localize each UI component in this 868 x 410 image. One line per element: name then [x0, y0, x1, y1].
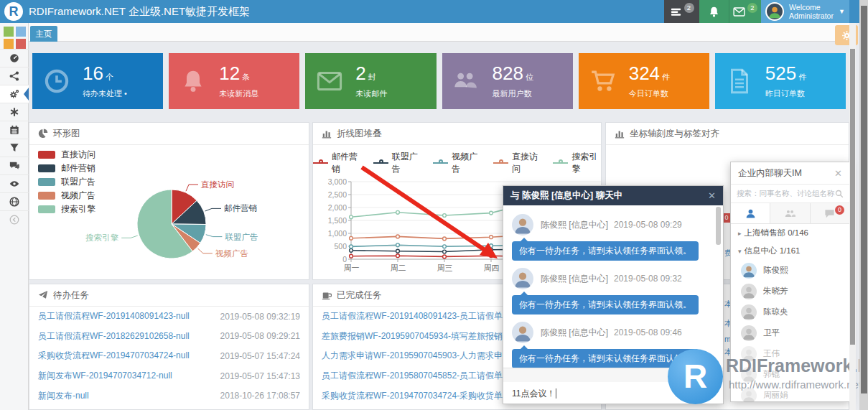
sidebar-item-collapse[interactable]	[0, 210, 29, 228]
task-link[interactable]: 员工请假流程WF-20195807045852-员工请假单	[322, 370, 503, 382]
im-search-input[interactable]: 搜索：同事名称、讨论组名称	[731, 184, 849, 203]
group-icon	[785, 208, 795, 219]
app-title: RDIFramework.NET 企业级.NET敏捷开发框架	[29, 0, 250, 23]
im-unread-badge: 0	[835, 205, 844, 215]
stat-value: 324件	[629, 62, 670, 84]
task-link[interactable]: 差旅费报销WF-20195907045934-填写差旅报销单	[322, 330, 511, 343]
header-notifications-button[interactable]	[699, 0, 729, 23]
chat-input[interactable]: 11点会议！	[503, 382, 723, 404]
legend-item[interactable]: 直接访问	[38, 151, 95, 159]
page-scrollbar[interactable]	[859, 0, 868, 410]
legend-item[interactable]: 联盟广告	[38, 178, 95, 186]
envelope-icon	[317, 68, 342, 94]
stat-card-5[interactable]: 324件 今日订单数	[579, 53, 709, 109]
im-group-row[interactable]: ▸上海销售部 0/146	[731, 224, 849, 242]
sidebar-item-dashboard[interactable]	[0, 49, 29, 67]
im-header[interactable]: 企业内部聊天IM ✕	[731, 162, 849, 184]
legend-item[interactable]: 搜索引擎	[38, 205, 95, 213]
chat-history-link[interactable]: 沟通记录	[684, 370, 716, 381]
legend-item[interactable]: 搜索引擎	[553, 151, 601, 175]
chat-header[interactable]: 与 陈俊熙 [信息中心] 聊天中 ✕	[503, 186, 723, 205]
contact-name: 郭锟	[763, 369, 780, 380]
line-legend: 邮件营销联盟广告视频广告直接访问搜索引擎	[313, 151, 601, 175]
stat-card-6[interactable]: 525件 昨日订单数	[715, 53, 846, 109]
task-link[interactable]: 采购收货流程WF-20194707034724-采购收货单	[322, 390, 503, 402]
sidebar-item-share[interactable]	[0, 67, 29, 85]
stat-value: 2封	[355, 62, 375, 84]
content-scrollbar-thumb[interactable]	[850, 49, 855, 345]
task-link[interactable]: 员工请假流程WF-20191408091423-员工请假单	[322, 310, 503, 322]
im-contact-row[interactable]: 陈俊熙	[731, 260, 849, 281]
im-group-row[interactable]: ▾信息中心 1/161	[731, 242, 849, 260]
panel-title: 环形图	[53, 128, 80, 140]
stat-card-4[interactable]: 828位 最新用户数	[442, 53, 573, 109]
sidebar-item-filter[interactable]	[0, 139, 29, 157]
avatar	[741, 325, 757, 341]
tree-arrow-icon: ▸	[738, 230, 742, 237]
task-link[interactable]: 员工请假流程WF-20182629102658-null	[38, 330, 190, 343]
task-link[interactable]: 员工请假流程WF-20191408091423-null	[38, 310, 190, 322]
stat-card-2[interactable]: 12条 未读新消息	[169, 53, 299, 109]
task-link[interactable]: 人力需求申请WF-20195907045903-人力需求申请	[322, 350, 511, 362]
im-tab-groups[interactable]	[770, 203, 810, 223]
svg-text:周四: 周四	[484, 264, 500, 272]
contact-name: 卫平	[763, 327, 780, 338]
header-mail-button[interactable]: 2	[729, 0, 761, 23]
task-time: 2019-05-07 15:47:13	[220, 371, 300, 381]
user-menu[interactable]: WelcomeAdministrator ▼	[761, 0, 849, 23]
legend-item[interactable]: 直接访问	[493, 151, 541, 175]
chat-window: 与 陈俊熙 [信息中心] 聊天中 ✕ 陈俊熙 [信息中心] 2019-05-08…	[503, 185, 724, 404]
users-icon	[454, 68, 480, 94]
content-scrollbar[interactable]	[849, 23, 856, 410]
todo-task-row: 新闻发布WF-20194707034712-null2019-05-07 15:…	[29, 366, 309, 386]
im-tab-contacts[interactable]	[731, 203, 770, 223]
task-link[interactable]: 新闻发布WF-20194707034712-null	[38, 370, 172, 382]
im-contact-row[interactable]: 周丽娟	[731, 385, 849, 406]
logo-square	[16, 39, 26, 49]
im-contact-row[interactable]: 郭锟	[731, 364, 849, 385]
avatar	[741, 263, 757, 279]
avatar	[765, 2, 784, 21]
sidebar-item-globe[interactable]	[0, 192, 29, 210]
task-time: 2018-10-26 17:08:57	[220, 391, 300, 401]
sender-name: 陈俊熙 [信息中心]	[541, 219, 608, 231]
cart-icon	[590, 68, 616, 94]
todo-task-row: 新闻发布-null2018-10-26 17:08:57	[29, 386, 309, 406]
task-link[interactable]: 新闻发布-null	[38, 390, 89, 402]
sidebar-item-gears[interactable]	[0, 85, 29, 103]
header-messages-button[interactable]: 2	[664, 0, 699, 23]
stat-card-3[interactable]: 2封 未读邮件	[305, 53, 436, 109]
person-icon	[745, 208, 756, 219]
legend-item[interactable]: 邮件营销	[38, 164, 95, 172]
tab-home[interactable]: 主页	[30, 26, 57, 42]
svg-text:搜索引擎: 搜索引擎	[85, 233, 119, 242]
sidebar-item-calendar[interactable]	[0, 121, 29, 139]
close-icon[interactable]: ✕	[708, 190, 716, 201]
panel-title: 已完成任务	[337, 289, 382, 302]
bar-chart-icon	[615, 129, 625, 139]
todo-task-row: 员工请假流程WF-20191408091423-null2019-05-08 0…	[29, 307, 309, 327]
sidebar-logo-squares[interactable]	[4, 27, 26, 49]
legend-item[interactable]: 视频广告	[433, 151, 481, 175]
sidebar-item-eye[interactable]	[0, 174, 29, 192]
im-contact-row[interactable]: 朱晓芳	[731, 281, 849, 302]
im-contact-row[interactable]: 陈琼央	[731, 302, 849, 322]
todo-task-row: 采购收货流程WF-20194707034724-null2019-05-07 1…	[29, 346, 309, 366]
close-icon[interactable]: ✕	[834, 168, 842, 179]
page-scrollbar-thumb[interactable]	[861, 6, 867, 393]
svg-text:周三: 周三	[437, 264, 453, 272]
mug-icon	[322, 290, 332, 300]
stat-value: 16个	[83, 62, 113, 84]
sidebar-item-comments[interactable]	[0, 157, 29, 174]
legend-item[interactable]: 视频广告	[38, 192, 95, 200]
im-contact-row[interactable]: 王伟	[731, 343, 849, 364]
app-logo[interactable]: R	[4, 2, 23, 21]
legend-item[interactable]: 邮件营销	[313, 151, 361, 175]
sidebar-item-asterisk[interactable]	[0, 103, 29, 121]
im-contact-row[interactable]: 卫平	[731, 322, 849, 343]
chat-scrollbar[interactable]	[716, 207, 721, 245]
task-link[interactable]: 采购收货流程WF-20194707034724-null	[38, 350, 190, 362]
stat-card-1[interactable]: 16个 待办未处理 •	[32, 53, 163, 109]
im-tab-messages[interactable]: 0	[811, 203, 849, 223]
legend-item[interactable]: 联盟广告	[373, 151, 421, 175]
